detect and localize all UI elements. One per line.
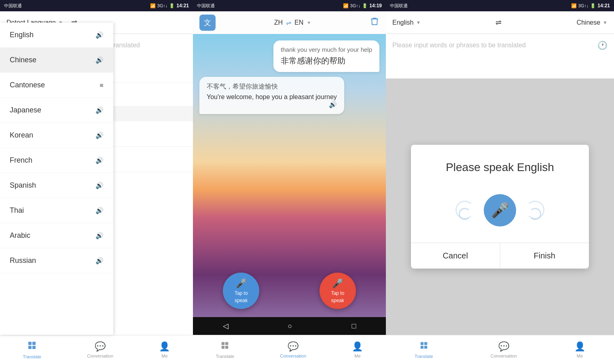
android-back-button[interactable]: ◁ (215, 318, 237, 334)
language-pair: ZH ⇌ EN ▼ (274, 19, 311, 27)
text-input-area-3[interactable]: Please input words or phrases to be tran… (386, 34, 614, 78)
dropdown-arrow-icon-4: ▼ (603, 20, 608, 25)
speaker-icon: 🔊 (95, 257, 104, 265)
top-bar-3: English ▼ ⇌ Chinese ▼ (386, 11, 614, 34)
translate-mode-button[interactable]: 文 (199, 15, 216, 31)
lang-option-arabic[interactable]: Arabic 🔊 (0, 223, 113, 248)
wifi-icon-3: 📶 (571, 3, 577, 8)
cancel-button[interactable]: Cancel (411, 243, 500, 269)
nav-me[interactable]: 👤 Me (159, 341, 170, 358)
nav-me-3[interactable]: 👤 Me (574, 341, 585, 358)
time-1: 14:21 (176, 3, 189, 8)
speaker-icon: 🔊 (329, 101, 337, 108)
clear-conversation-button[interactable] (370, 17, 379, 29)
dropdown-arrow-icon-3: ▼ (416, 20, 421, 25)
voice-recognition-dialog: Please speak English 🎤 (411, 145, 589, 269)
bottom-nav-2: Translate 💬 Conversation 👤 Me (193, 335, 386, 364)
lang-label: French (10, 156, 32, 165)
input-placeholder-3: Please input words or phrases to be tran… (392, 40, 597, 50)
chat-messages: thank you very much for your help 非常感谢你的… (193, 34, 386, 121)
language-dropdown: English 🔊 Chinese 🔊 Cantonese ■ Japanese… (0, 23, 113, 335)
wifi-icon: 📶 (150, 3, 156, 8)
panel-voice: 中国联通 📶 3G↑↓ 🔋 14:21 English ▼ ⇌ Chinese … (386, 0, 614, 364)
svg-rect-11 (424, 345, 427, 348)
bottom-nav-1: Translate 💬 Conversation 👤 Me (0, 335, 193, 364)
swap-arrows-icon: ⇌ (286, 19, 291, 27)
lang-option-japanese[interactable]: Japanese 🔊 (0, 98, 113, 123)
lang-option-english[interactable]: English 🔊 (0, 23, 113, 48)
signal-icon-2: 3G↑↓ (350, 3, 361, 8)
nav-translate-label-2: Translate (216, 354, 234, 359)
android-recent-button[interactable]: □ (344, 319, 364, 334)
status-icons-1: 📶 3G↑↓ 🔋 14:21 (150, 3, 189, 8)
lang-label: English (10, 31, 34, 39)
bottom-nav-3: Translate 💬 Conversation 👤 Me (386, 335, 614, 364)
history-icon[interactable]: 🕐 (597, 40, 608, 50)
speaker-icon: 🔊 (95, 56, 104, 64)
nav-me-2[interactable]: 👤 Me (352, 341, 363, 358)
carrier-2: 中国联通 (197, 3, 215, 9)
status-icons-2: 📶 3G↑↓ 🔋 14:19 (343, 3, 382, 8)
nav-translate[interactable]: Translate (23, 341, 41, 359)
microphone-icon: 🎤 (491, 202, 509, 219)
lang-label: Arabic (10, 231, 30, 240)
nav-translate-2[interactable]: Translate (216, 341, 234, 359)
svg-rect-3 (32, 346, 36, 349)
lang-label: Spanish (10, 181, 36, 190)
translate-icon-2 (220, 341, 229, 352)
time-2: 14:19 (369, 3, 382, 8)
lang-option-chinese[interactable]: Chinese 🔊 (0, 48, 113, 73)
nav-translate-3[interactable]: Translate (415, 341, 433, 359)
lang-label: Japanese (10, 106, 41, 114)
svg-rect-8 (421, 342, 423, 345)
android-home-button[interactable]: ○ (280, 319, 301, 334)
wave-arc-right-med (529, 208, 541, 220)
nav-me-label-3: Me (577, 353, 583, 358)
tap-to-speak-left-label2: speak (235, 298, 248, 303)
translate-mode-icon: 文 (204, 18, 211, 28)
voice-dialog-backdrop: Please speak English 🎤 (386, 78, 614, 335)
message-bubble-left: 不客气，希望你旅途愉快 You're welcome, hope you a p… (199, 77, 344, 114)
nav-conversation-3[interactable]: 💬 Conversation (491, 341, 517, 358)
lang-option-korean[interactable]: Korean 🔊 (0, 123, 113, 148)
mic-icon-left: 🎤 (236, 278, 247, 289)
speaker-icon: 🔊 (95, 207, 104, 214)
lang-to-text: Chinese (576, 19, 600, 26)
panel-translate: 中国联通 📶 3G↑↓ 🔋 14:21 Detect Language ▼ ⇌ … (0, 0, 193, 364)
nav-conversation[interactable]: 💬 Conversation (87, 341, 113, 358)
me-icon-2: 👤 (352, 341, 363, 352)
voice-dialog-title: Please speak English (411, 145, 589, 186)
bubble-zh-text: 非常感谢你的帮助 (281, 55, 372, 66)
lang-from-selector[interactable]: English ▼ (392, 19, 421, 26)
speaker-icon: 🔊 (95, 182, 104, 189)
tap-to-speak-right[interactable]: 🎤 Tap to speak (320, 273, 356, 309)
svg-rect-6 (222, 345, 224, 348)
swap-language-button-3[interactable]: ⇌ (426, 18, 572, 27)
wifi-icon-2: 📶 (343, 3, 349, 8)
nav-conversation-2[interactable]: 💬 Conversation (280, 341, 306, 358)
tap-to-speak-left[interactable]: 🎤 Tap to speak (223, 273, 259, 309)
tap-to-speak-left-label: Tap to (235, 290, 248, 296)
speaker-icon: ■ (100, 82, 104, 89)
voice-dialog-buttons: Cancel Finish (411, 243, 589, 269)
lang-option-french[interactable]: French 🔊 (0, 148, 113, 173)
speak-buttons-area: 🎤 Tap to speak 🎤 Tap to speak (193, 273, 386, 309)
lang-label: Cantonese (10, 81, 45, 89)
conversation-icon-2: 💬 (288, 341, 299, 352)
lang-option-russian[interactable]: Russian 🔊 (0, 248, 113, 273)
lang-option-cantonese[interactable]: Cantonese ■ (0, 73, 113, 98)
lang-option-thai[interactable]: Thai 🔊 (0, 198, 113, 223)
conversation-background: thank you very much for your help 非常感谢你的… (193, 34, 386, 317)
lang-label: Chinese (10, 56, 36, 64)
lang-to-selector[interactable]: Chinese ▼ (576, 19, 608, 26)
speaker-icon: 🔊 (95, 31, 104, 39)
lang-option-spanish[interactable]: Spanish 🔊 (0, 173, 113, 198)
finish-button[interactable]: Finish (500, 243, 589, 269)
conversation-icon-3: 💬 (498, 341, 509, 352)
panel-conversation: 中国联通 📶 3G↑↓ 🔋 14:19 文 ZH ⇌ EN ▼ (193, 0, 386, 364)
nav-me-label-2: Me (354, 353, 360, 358)
carrier-1: 中国联通 (4, 3, 22, 9)
bubble-en-text: thank you very much for your help (281, 46, 372, 53)
status-icons-3: 📶 3G↑↓ 🔋 14:21 (571, 3, 610, 8)
battery-icon-2: 🔋 (362, 3, 368, 8)
